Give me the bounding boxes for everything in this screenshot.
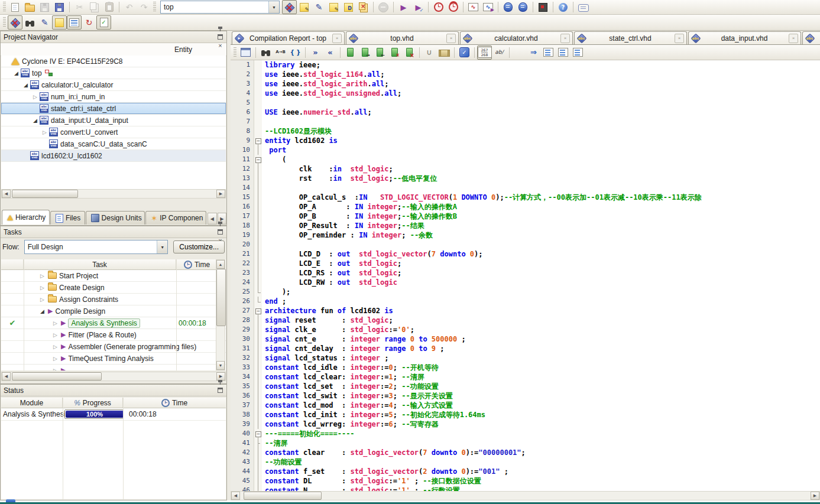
macro-button[interactable] [437,45,452,60]
expander-icon[interactable]: ◢ [31,118,40,123]
fold-marker[interactable]: – [254,429,262,438]
expander-icon[interactable]: ◢ [38,308,47,314]
scroll-down-button[interactable]: ▼ [216,361,225,370]
chevron-down-icon[interactable]: ▼ [157,240,167,253]
paste-button[interactable] [102,0,116,14]
compass-button[interactable] [282,0,297,14]
task-row-analysis-synthesis[interactable]: ✔▷▶Analysis & Synthesis00:00:18 [1,317,226,329]
scroll-track[interactable] [240,492,811,500]
time-column-header[interactable]: Time [176,259,218,269]
compass-toggle-button[interactable] [8,15,22,30]
outdent-button[interactable]: « [323,45,338,60]
expander-icon[interactable]: ▷ [51,332,60,338]
find-button[interactable] [22,15,37,30]
scroll-thumb[interactable] [244,492,322,500]
line-count-indicator[interactable]: 267268 [477,45,492,60]
tasks-hscrollbar[interactable]: ◀▶ [1,372,226,381]
close-icon[interactable]: × [446,34,456,43]
rtl-simulation-button[interactable] [481,0,495,14]
prev-bookmark-button[interactable]: ← [372,45,387,60]
tree-item-cyclone-iv-e[interactable]: Cyclone IV E: EP4CE115F29C8 [1,56,226,67]
scroll-left-button[interactable]: ◀ [231,492,240,500]
scroll-left-button[interactable]: ◀ [2,190,11,198]
clear-bookmark-button[interactable]: × [387,45,402,60]
editor-tab-compilation-report-top[interactable]: ▸Compilation Report - top× [232,31,345,44]
code-editor[interactable]: 1library ieee;2use ieee.std_logic_1164.a… [231,60,820,491]
fold-marker[interactable]: – [254,306,262,316]
task-row-partial[interactable]: ▷▶ [1,365,226,370]
tab-files[interactable]: Files [50,211,85,225]
expander-icon[interactable]: ▷ [38,297,47,303]
project-navigator-float-button[interactable] [216,33,225,41]
status-float-button[interactable] [216,386,225,395]
cut-button[interactable]: ✂ [72,0,87,14]
scroll-right-button[interactable]: ▶ [811,492,819,500]
task-row-assign-constraints[interactable]: ▷Assign Constraints [1,294,226,305]
programmer-button[interactable] [501,0,516,14]
expander-icon[interactable]: ▷ [31,94,40,100]
customize-button[interactable]: Customize... [173,240,225,253]
assignment-editor-button[interactable]: ✎ [312,0,326,14]
chevron-down-icon[interactable]: ▼ [268,1,279,13]
task-status-column-header[interactable] [1,259,24,269]
close-icon[interactable]: × [560,34,570,43]
undo-button[interactable]: ↶ [122,0,137,14]
project-navigator-pin-button[interactable] [216,25,225,33]
device-button[interactable] [536,0,550,14]
new-file-button[interactable] [8,0,22,14]
tile-windows-button[interactable] [571,45,585,60]
tree-item-data-scanc[interactable]: abcVHDdata_scanC:U_data_scanC [1,138,226,150]
expander-icon[interactable]: ◢ [12,70,21,76]
editor-tab-data-input-vhd[interactable]: abcdata_input.vhd× [688,31,801,44]
design-partitions-button[interactable] [356,0,371,14]
next-bookmark-button[interactable]: → [358,45,372,60]
task-row-fitter-place-route-[interactable]: ▷▶Fitter (Place & Route) [1,329,226,341]
tree-item-state-ctrl[interactable]: abcVHDstate_ctrl:i_state_ctrl [1,103,226,115]
timing-analyzer-button[interactable] [446,0,461,14]
notes-button[interactable] [52,15,67,30]
project-tree-hscrollbar[interactable]: ◀▶ [1,189,226,199]
find-text-button[interactable] [258,45,273,60]
scroll-track[interactable] [11,372,216,381]
system-messages-button[interactable] [576,0,591,14]
refresh-report-button[interactable]: ↻ [82,15,96,30]
scroll-right-button[interactable]: ▶ [216,190,225,198]
new-window-button[interactable] [238,45,253,60]
module-column-header[interactable]: Module [1,398,63,408]
tab-design-units[interactable]: Design Units [86,211,145,225]
editor-hscrollbar[interactable]: ◀▶ [231,491,820,500]
scroll-track[interactable] [11,190,216,198]
open-file-button[interactable] [22,0,37,14]
task-row-timequest-timing-analysis[interactable]: ▷▶TimeQuest Timing Analysis [1,353,226,365]
help-button[interactable] [556,0,571,14]
timequest-analyzer-button[interactable] [431,0,446,14]
scroll-up-button[interactable]: ▲ [216,260,225,269]
chip-planner-button[interactable] [341,0,356,14]
save-button[interactable] [37,0,52,14]
expander-icon[interactable]: ▷ [51,356,60,362]
indent-button[interactable]: » [308,45,323,60]
attach-button[interactable]: ⊃ [422,45,437,60]
tree-item-calculator[interactable]: ◢abcVHDcalculator:U_calculator [1,79,226,91]
tasks-pin-button[interactable] [216,220,225,228]
expander-icon[interactable]: ▷ [40,129,49,135]
task-row-start-project[interactable]: ▷Start Project [1,270,226,282]
status-pin-button[interactable] [216,378,225,386]
check-report-button[interactable] [96,15,111,30]
tree-item-convert[interactable]: ▷abcVHDconvert:U_convert [1,126,226,138]
task-row-create-design[interactable]: ▷Create Design [1,282,226,294]
report-window-button[interactable] [67,15,82,30]
scroll-track[interactable] [216,269,225,361]
fold-marker[interactable]: – [254,136,262,145]
editor-tab-partial[interactable]: abc [802,31,820,44]
editor-tab-state-ctrl-vhd[interactable]: abcstate_ctrl.vhd× [574,31,687,44]
cascade-windows-button[interactable] [556,45,571,60]
pin-planner-button[interactable] [326,0,341,14]
goto-line-button[interactable]: ⇒ [526,45,541,60]
editor-tab-calculator-vhd[interactable]: abccalculator.vhd× [460,31,573,44]
progress-column-header[interactable]: % Progress [63,398,123,408]
tree-item-data-input[interactable]: ◢abcVHDdata_input:U_data_input [1,115,226,126]
tab-hierarchy[interactable]: Hierarchy [2,210,50,225]
redo-button[interactable]: ↷ [137,0,151,14]
task-column-header[interactable]: Task [24,259,176,269]
